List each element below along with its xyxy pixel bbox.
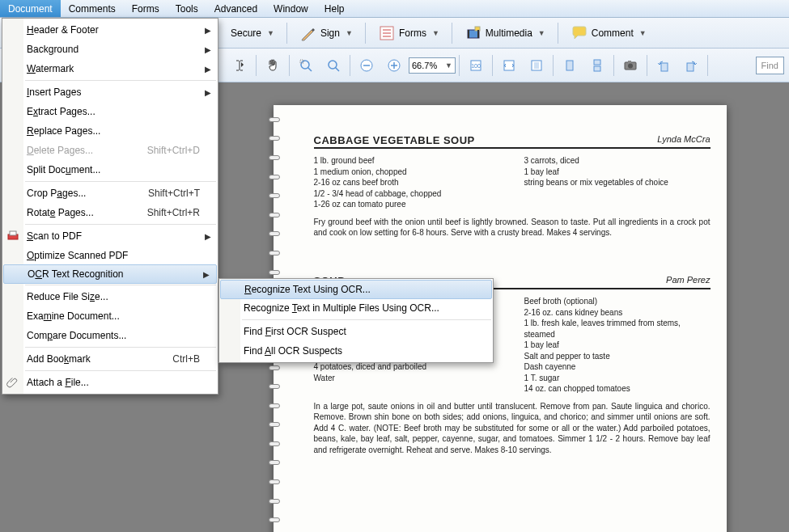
menu-label: Comments (69, 3, 116, 15)
forms-dropdown[interactable]: Forms ▼ (374, 22, 443, 44)
shortcut: Ctrl+B (172, 353, 200, 365)
menu-label: Tools (176, 3, 198, 15)
comment-dropdown[interactable]: Comment ▼ (566, 22, 651, 44)
plus-icon (385, 57, 403, 74)
ingredient: 1 medium onion, chopped (314, 167, 500, 178)
separator (452, 23, 452, 44)
find-input[interactable]: Find (756, 57, 784, 74)
single-page[interactable] (557, 54, 583, 77)
ing-col-right: Beef broth (optional) 2-16 oz. cans kidn… (524, 296, 711, 395)
menu-advanced[interactable]: Advanced (206, 0, 265, 17)
scanner-icon (6, 230, 19, 243)
menu-document[interactable]: Document (0, 0, 61, 17)
menu-crop-pages[interactable]: Crop Pages...Shift+Ctrl+T (2, 184, 218, 203)
menu-forms[interactable]: Forms (124, 0, 168, 17)
chevron-down-icon: ▼ (445, 61, 452, 70)
recipe-1: CABBAGE VEGETABLE SOUP Lynda McCra 1 lb.… (314, 134, 711, 239)
menu-add-bookmark[interactable]: Add BookmarkCtrl+B (2, 349, 218, 369)
multimedia-dropdown[interactable]: Multimedia ▼ (460, 22, 549, 44)
chevron-down-icon: ▼ (538, 29, 545, 37)
menu-insert-pages[interactable]: Insert Pages▶ (2, 82, 218, 102)
zoom-icon (325, 57, 342, 74)
submenu-arrow-icon: ▶ (205, 88, 211, 97)
svg-rect-24 (594, 60, 600, 65)
submenu-arrow-icon: ▶ (205, 232, 211, 241)
menu-attach-file[interactable]: Attach a File... (2, 373, 218, 392)
svg-line-9 (308, 67, 312, 71)
fit-width[interactable] (496, 54, 522, 77)
comment-label: Comment (592, 27, 634, 39)
separator (25, 80, 216, 81)
separator (558, 23, 558, 44)
shortcut: Shift+Ctrl+T (148, 188, 200, 199)
submenu-find-all[interactable]: Find All OCR Suspects (219, 341, 493, 361)
secure-label: Secure (231, 27, 261, 39)
recipe-title-text: CABBAGE VEGETABLE SOUP (314, 134, 475, 146)
menu-compare-documents[interactable]: Compare Documents... (2, 326, 218, 345)
menu-reduce-file-size[interactable]: Reduce File Size... (2, 287, 218, 306)
marquee-zoom[interactable] (293, 54, 319, 77)
svg-rect-29 (661, 63, 668, 71)
recipe-author: Pam Perez (666, 275, 710, 287)
menu-label: Forms (132, 3, 159, 15)
menu-tools[interactable]: Tools (168, 0, 206, 17)
menu-background[interactable]: Background▶ (2, 40, 218, 59)
separator (459, 55, 460, 76)
zoom-input[interactable]: 66.7%▼ (409, 57, 456, 74)
separator (613, 55, 614, 76)
menu-replace-pages[interactable]: Replace Pages... (2, 121, 218, 141)
menu-label: Help (325, 3, 345, 15)
submenu-arrow-icon: ▶ (203, 270, 210, 279)
menu-ocr-text-recognition[interactable]: OCR Text Recognition▶ (3, 264, 217, 284)
actual-size[interactable]: 100 (463, 54, 489, 77)
menu-extract-pages[interactable]: Extract Pages... (2, 102, 218, 121)
svg-point-27 (628, 63, 633, 68)
select-tool[interactable] (227, 54, 252, 77)
menu-scan-to-pdf[interactable]: Scan to PDF▶ (2, 226, 218, 246)
ingredient: 4 potatoes, diced and parboiled (314, 361, 500, 373)
menu-examine-document[interactable]: Examine Document... (2, 306, 218, 326)
svg-rect-25 (594, 66, 600, 71)
snapshot[interactable] (617, 54, 643, 77)
submenu-find-first[interactable]: Find First OCR Suspect (219, 322, 493, 341)
zoom-in[interactable] (381, 54, 407, 77)
menu-label: Window (274, 3, 308, 15)
menu-delete-pages: Delete Pages...Shift+Ctrl+D (2, 141, 218, 160)
separator (25, 181, 216, 182)
rotate-cw[interactable] (678, 54, 704, 77)
svg-rect-22 (534, 62, 539, 69)
ingredient: 2-16 oz. cans kidney beans (524, 307, 711, 319)
menu-comments[interactable]: Comments (61, 0, 124, 17)
rotate-ccw[interactable] (651, 54, 677, 77)
forms-icon (378, 24, 396, 42)
instructions: Fry ground beef with the onion until bee… (314, 217, 711, 239)
separator (647, 55, 647, 76)
ingredients: 1 lb. ground beef 1 medium onion, choppe… (314, 155, 711, 210)
submenu-recognize-ocr[interactable]: Recognize Text Using OCR... (220, 280, 492, 299)
menu-help[interactable]: Help (316, 0, 353, 17)
ing-col-right: 3 carrots, diced 1 bay leaf string beans… (524, 155, 711, 210)
continuous[interactable] (584, 54, 610, 77)
separator (365, 23, 366, 44)
instructions: In a large pot, saute onions in oil and … (314, 401, 711, 456)
menu-window[interactable]: Window (265, 0, 316, 17)
fit-page-icon (528, 57, 545, 74)
hand-icon (264, 57, 282, 74)
menu-rotate-pages[interactable]: Rotate Pages...Shift+Ctrl+R (2, 203, 218, 222)
menu-split-document[interactable]: Split Document... (2, 160, 218, 179)
zoom-out[interactable] (354, 54, 380, 77)
submenu-arrow-icon: ▶ (205, 26, 211, 35)
submenu-recognize-multiple[interactable]: Recognize Text in Multiple Files Using O… (219, 298, 493, 318)
menu-optimize-scanned[interactable]: Optimize Scanned PDF (2, 246, 218, 265)
ingredient: 1 bay leaf (524, 167, 711, 178)
separator (25, 370, 216, 371)
fit-page[interactable] (524, 54, 549, 77)
chevron-down-icon: ▼ (639, 29, 647, 37)
menu-header-footer[interactable]: Header & Footer▶ (2, 20, 218, 40)
dynamic-zoom[interactable] (320, 54, 346, 77)
secure-dropdown[interactable]: Secure ▼ (227, 25, 278, 41)
hand-tool[interactable] (260, 54, 286, 77)
paperclip-icon (6, 376, 19, 389)
sign-dropdown[interactable]: Sign ▼ (295, 22, 357, 44)
menu-watermark[interactable]: Watermark▶ (2, 59, 218, 78)
